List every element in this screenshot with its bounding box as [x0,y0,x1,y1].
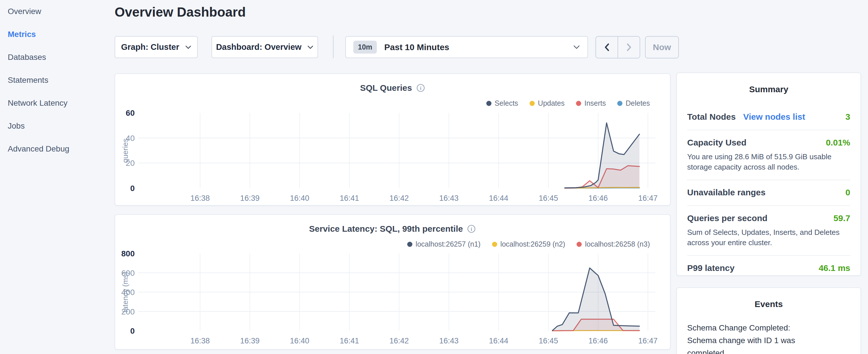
svg-text:0: 0 [130,184,135,193]
svg-text:16:44: 16:44 [489,336,508,345]
svg-text:16:46: 16:46 [589,336,608,345]
sidebar: OverviewMetricsDatabasesStatementsNetwor… [0,0,115,354]
chevron-down-icon [307,45,313,49]
svg-text:16:40: 16:40 [290,336,309,345]
svg-text:16:47: 16:47 [638,336,658,345]
summary-row: Unavailable ranges0 [687,180,850,206]
summary-value: 46.1 ms [819,263,850,273]
svg-text:16:46: 16:46 [589,194,608,202]
summary-label: Unavailable ranges [687,188,766,197]
summary-label: Queries per second [687,213,767,223]
sidebar-item-advanced-debug[interactable]: Advanced Debug [0,137,115,160]
chevron-down-icon [573,45,580,49]
db-console-app: OverviewMetricsDatabasesStatementsNetwor… [0,0,868,354]
svg-text:16:42: 16:42 [390,336,409,345]
svg-text:16:39: 16:39 [240,336,260,345]
summary-panel: Summary Total NodesView nodes list3Capac… [676,72,861,276]
sidebar-item-metrics[interactable]: Metrics [0,23,115,46]
sql-queries-chart-card: SQL Queries i SelectsUpdatesInsertsDelet… [115,73,671,206]
svg-text:16:45: 16:45 [539,336,558,345]
svg-text:queries: queries [121,138,129,163]
time-nav-arrows [595,36,640,58]
summary-value: 0 [845,188,850,197]
summary-value: 3 [845,112,850,122]
svg-text:800: 800 [121,249,135,258]
svg-text:0: 0 [130,326,135,335]
summary-value: 0.01% [826,138,850,148]
svg-text:16:40: 16:40 [290,194,309,202]
svg-text:60: 60 [126,108,135,118]
time-range-selector[interactable]: 10m Past 10 Minutes [345,36,588,58]
svg-text:16:45: 16:45 [539,194,558,202]
next-range-button[interactable] [618,37,640,58]
events-list: Schema Change Completed: Schema change w… [687,322,850,354]
summary-label: P99 latency [687,263,735,273]
svg-text:16:42: 16:42 [390,194,409,202]
summary-description: You are using 28.6 MiB of 515.9 GiB usab… [687,152,840,172]
chevron-down-icon [185,45,191,49]
summary-description: Sum of Selects, Updates, Inserts, and De… [687,227,840,248]
graph-dropdown-label: Graph: Cluster [121,42,179,52]
events-title: Events [687,299,850,309]
chevron-right-icon [625,43,633,52]
svg-text:16:43: 16:43 [439,194,459,202]
sidebar-nav: OverviewMetricsDatabasesStatementsNetwor… [0,0,115,160]
summary-row: Capacity Used0.01%You are using 28.6 MiB… [687,130,850,180]
summary-row: P99 latency46.1 ms [687,256,850,281]
sidebar-item-network-latency[interactable]: Network Latency [0,92,115,115]
svg-text:16:38: 16:38 [190,194,210,202]
svg-text:16:41: 16:41 [340,336,359,345]
svg-text:16:47: 16:47 [638,194,658,202]
service-latency-chart-card: Service Latency: SQL, 99th percentile i … [115,214,671,350]
time-range-label: Past 10 Minutes [384,42,449,52]
sidebar-item-statements[interactable]: Statements [0,69,115,92]
sidebar-item-overview[interactable]: Overview [0,0,115,23]
graph-dropdown[interactable]: Graph: Cluster [115,36,198,58]
toolbar-divider [333,35,334,58]
summary-rows: Total NodesView nodes list3Capacity Used… [687,104,850,281]
now-button[interactable]: Now [645,36,679,58]
prev-range-button[interactable] [596,37,618,58]
svg-text:16:39: 16:39 [240,194,260,202]
summary-row: Queries per second59.7Sum of Selects, Up… [687,206,850,256]
svg-text:16:44: 16:44 [489,194,508,202]
svg-text:16:43: 16:43 [439,336,459,345]
svg-text:16:38: 16:38 [190,336,210,345]
time-range-badge: 10m [353,41,377,54]
svg-text:16:41: 16:41 [340,194,359,202]
sidebar-item-databases[interactable]: Databases [0,46,115,69]
summary-title: Summary [687,85,850,94]
event-text: Schema Change Completed: Schema change w… [687,322,813,354]
event-item: Schema Change Completed: Schema change w… [687,322,850,354]
view-nodes-link[interactable]: View nodes list [743,112,805,122]
dashboard-dropdown[interactable]: Dashboard: Overview [212,36,318,58]
events-panel: Events Schema Change Completed: Schema c… [676,287,861,354]
dashboard-dropdown-label: Dashboard: Overview [216,42,302,52]
sidebar-item-jobs[interactable]: Jobs [0,115,115,137]
page-title: Overview Dashboard [115,3,246,21]
chart-plot[interactable]: 800600400200016:3816:3916:4016:4116:4216… [115,215,670,349]
summary-label: Capacity Used [687,138,746,148]
summary-label: Total Nodes [687,112,736,122]
summary-row: Total NodesView nodes list3 [687,104,850,130]
summary-value: 59.7 [834,213,850,223]
svg-text:latency (ms): latency (ms) [121,272,129,313]
chevron-left-icon [603,43,611,52]
chart-plot[interactable]: 604020016:3816:3916:4016:4116:4216:4316:… [115,74,670,205]
